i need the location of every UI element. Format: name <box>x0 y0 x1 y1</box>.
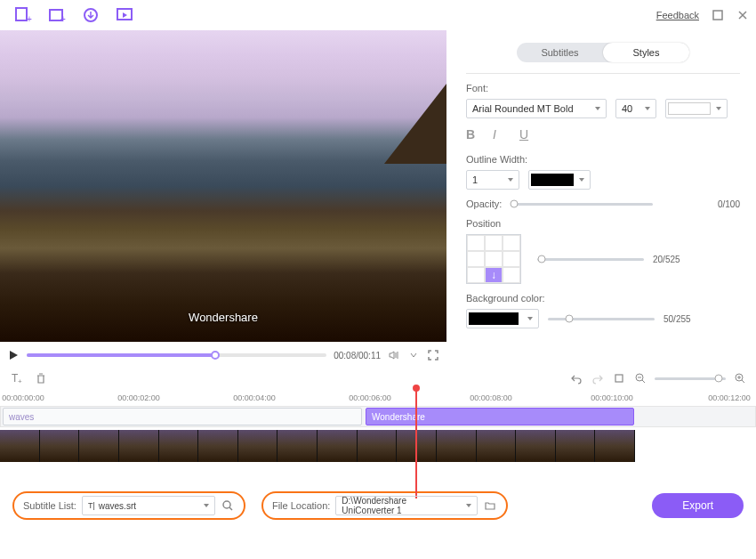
opacity-slider[interactable] <box>511 203 653 206</box>
ruler-mark: 00:00:10:00 <box>591 393 633 402</box>
italic-button[interactable]: I <box>493 127 507 142</box>
subtitle-list-group: Subtitle List: T| waves.srt <box>12 491 245 520</box>
zoom-in-icon[interactable] <box>733 371 747 385</box>
import-file-icon[interactable]: + <box>14 6 32 24</box>
search-icon[interactable] <box>221 498 235 513</box>
file-location-group: File Location: D:\Wondershare UniConvert… <box>261 491 508 520</box>
file-location-dropdown[interactable]: D:\Wondershare UniConverter 1 <box>335 496 478 515</box>
subtitle-track[interactable]: waves Wondershare <box>0 406 756 427</box>
zoom-out-icon[interactable] <box>633 371 647 385</box>
position-grid[interactable]: ↓ <box>466 234 521 284</box>
delete-icon[interactable] <box>34 371 48 385</box>
bg-color-label: Background color: <box>466 293 740 304</box>
font-color-picker[interactable] <box>665 99 728 118</box>
undo-icon[interactable] <box>569 371 583 385</box>
close-icon[interactable] <box>736 9 749 21</box>
volume-icon[interactable] <box>388 349 400 361</box>
outline-width-label: Outline Width: <box>466 154 740 165</box>
position-value: 20/525 <box>653 255 680 264</box>
bold-button[interactable]: B <box>466 127 480 142</box>
folder-icon[interactable] <box>483 498 497 513</box>
font-size-dropdown[interactable]: 40 <box>615 99 656 118</box>
crop-icon[interactable] <box>612 371 626 385</box>
export-button[interactable]: Export <box>652 493 744 518</box>
position-label: Position <box>466 218 740 229</box>
progress-bar[interactable] <box>27 353 326 357</box>
subtitle-list-label: Subtitle List: <box>23 500 76 511</box>
svg-rect-0 <box>16 8 27 20</box>
opacity-label: Opacity: <box>466 198 502 209</box>
presentation-icon[interactable] <box>116 6 133 24</box>
import-folder-icon[interactable]: + <box>48 6 66 24</box>
outline-width-dropdown[interactable]: 1 <box>466 170 519 190</box>
feedback-link[interactable]: Feedback <box>656 10 699 20</box>
play-button[interactable] <box>7 349 20 361</box>
svg-text:+: + <box>18 377 22 385</box>
svg-text:+: + <box>27 14 32 24</box>
ruler-mark: 00:00:02:00 <box>117 393 160 402</box>
dropdown-icon[interactable] <box>407 349 420 361</box>
ruler-mark: 00:00:12:00 <box>708 393 751 402</box>
maximize-icon[interactable] <box>712 9 724 21</box>
subtitle-overlay: Wondershare <box>189 311 258 324</box>
font-family-dropdown[interactable]: Arial Rounded MT Bold <box>466 99 607 118</box>
ruler-mark: 00:00:06:00 <box>349 393 391 402</box>
opacity-value: 0/100 <box>718 199 740 209</box>
svg-rect-6 <box>713 11 722 20</box>
svg-text:+: + <box>60 14 66 24</box>
tab-subtitles[interactable]: Subtitles <box>517 43 603 62</box>
subtitle-clip-2[interactable]: Wondershare <box>366 408 634 425</box>
svg-point-12 <box>223 501 230 508</box>
font-label: Font: <box>466 83 740 93</box>
bg-value: 50/255 <box>664 314 691 324</box>
underline-button[interactable]: U <box>519 127 534 142</box>
text-icon: T| <box>88 501 95 510</box>
ruler-mark: 00:00:00:00 <box>2 393 44 402</box>
playhead[interactable] <box>415 388 417 498</box>
subtitle-file-dropdown[interactable]: T| waves.srt <box>82 496 215 515</box>
redo-icon[interactable] <box>591 371 605 385</box>
video-track[interactable] <box>0 430 635 462</box>
svg-rect-9 <box>615 375 623 382</box>
position-slider[interactable] <box>537 258 644 261</box>
subtitle-clip-1[interactable]: waves <box>3 408 362 425</box>
ruler-mark: 00:00:08:00 <box>470 393 512 402</box>
outline-color-picker[interactable] <box>528 170 591 190</box>
fullscreen-icon[interactable] <box>427 349 439 361</box>
bg-color-picker[interactable] <box>466 309 539 328</box>
download-icon[interactable] <box>82 6 100 24</box>
bg-opacity-slider[interactable] <box>548 318 655 320</box>
file-location-label: File Location: <box>272 500 330 511</box>
tab-styles[interactable]: Styles <box>603 43 689 62</box>
video-preview[interactable]: Wondershare <box>0 30 446 342</box>
ruler-mark: 00:00:04:00 <box>233 393 276 402</box>
timeline-ruler[interactable]: 00:00:00:00 00:00:02:00 00:00:04:00 00:0… <box>0 392 756 406</box>
zoom-slider[interactable] <box>655 377 726 380</box>
add-text-icon[interactable]: T+ <box>9 371 23 385</box>
time-display: 00:08/00:11 <box>334 351 381 361</box>
position-selected-bottom-center[interactable]: ↓ <box>485 267 503 283</box>
